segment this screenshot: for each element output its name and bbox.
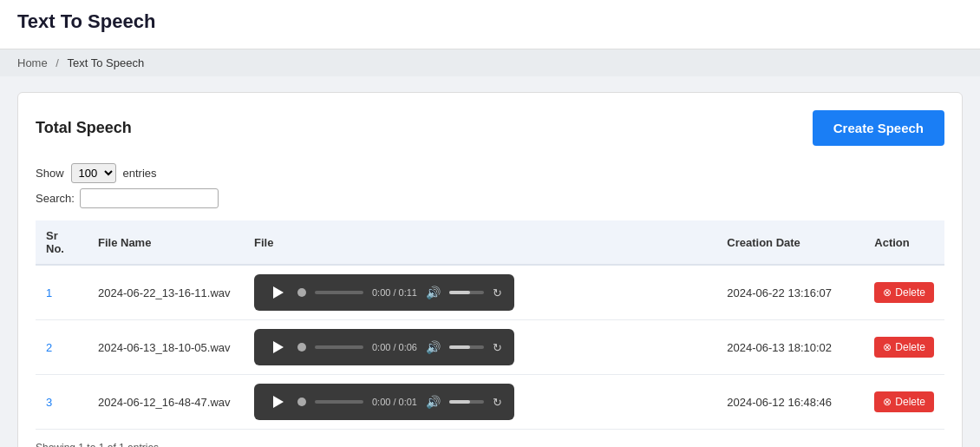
col-header-filename: File Name xyxy=(88,220,244,265)
search-input[interactable] xyxy=(80,188,219,208)
col-header-action: Action xyxy=(864,220,944,265)
speech-table: Sr No. File Name File Creation Date Acti… xyxy=(36,220,944,430)
row-date: 2024-06-13 18:10:02 xyxy=(716,320,864,375)
row-action: ⊗ Delete xyxy=(864,265,944,320)
progress-bar[interactable] xyxy=(315,291,363,294)
row-filename: 2024-06-22_13-16-11.wav xyxy=(88,265,244,320)
time-display: 0:00 / 0:11 xyxy=(372,287,417,298)
breadcrumb-home[interactable]: Home xyxy=(17,56,48,69)
row-filename: 2024-06-13_18-10-05.wav xyxy=(88,320,244,375)
delete-icon: ⊗ xyxy=(883,286,892,299)
play-icon xyxy=(273,341,284,353)
entries-select[interactable]: 100 10 25 50 xyxy=(71,163,116,183)
audio-player: 0:00 / 0:11 🔊 ↻ xyxy=(254,274,514,311)
progress-dot xyxy=(297,288,306,297)
volume-bar[interactable] xyxy=(449,345,484,349)
volume-fill xyxy=(449,291,470,294)
row-action: ⊗ Delete xyxy=(864,320,944,375)
section-title: Total Speech xyxy=(36,119,132,137)
row-srno: 2 xyxy=(46,341,52,354)
row-file: 0:00 / 0:11 🔊 ↻ xyxy=(244,265,716,320)
progress-dot xyxy=(297,398,306,406)
audio-player: 0:00 / 0:01 🔊 ↻ xyxy=(254,384,514,420)
play-icon xyxy=(273,396,284,408)
progress-dot xyxy=(297,343,306,352)
col-header-file: File xyxy=(244,220,716,265)
play-button[interactable] xyxy=(266,391,289,413)
delete-icon: ⊗ xyxy=(883,341,892,353)
row-srno: 1 xyxy=(46,286,52,299)
footer-info: Showing 1 to 1 of 1 entries xyxy=(36,442,944,447)
loop-icon[interactable]: ↻ xyxy=(493,286,502,299)
row-date: 2024-06-22 13:16:07 xyxy=(716,265,864,320)
loop-icon[interactable]: ↻ xyxy=(493,341,502,354)
table-row: 2 2024-06-13_18-10-05.wav 0:00 / 0:06 🔊 xyxy=(36,320,944,375)
create-speech-button[interactable]: Create Speech xyxy=(813,110,944,146)
volume-bar[interactable] xyxy=(449,400,484,404)
volume-fill xyxy=(449,345,470,349)
volume-icon[interactable]: 🔊 xyxy=(426,395,441,409)
volume-fill xyxy=(449,400,470,404)
showing-text: Showing 1 to 1 of 1 entries xyxy=(36,442,944,447)
volume-icon[interactable]: 🔊 xyxy=(426,286,441,299)
row-srno: 3 xyxy=(46,396,52,409)
row-date: 2024-06-12 16:48:46 xyxy=(716,375,864,430)
entries-label: entries xyxy=(123,167,157,180)
time-display: 0:00 / 0:06 xyxy=(372,342,417,352)
page-title: Text To Speech xyxy=(17,10,963,33)
breadcrumb-current: Text To Speech xyxy=(68,56,145,69)
play-icon xyxy=(273,286,284,299)
breadcrumb-separator: / xyxy=(56,56,59,69)
row-action: ⊗ Delete xyxy=(864,375,944,430)
progress-bar[interactable] xyxy=(315,400,363,404)
delete-button[interactable]: ⊗ Delete xyxy=(874,391,934,412)
volume-bar[interactable] xyxy=(449,291,484,294)
play-button[interactable] xyxy=(266,281,289,304)
search-row: Search: xyxy=(36,188,944,208)
time-display: 0:00 / 0:01 xyxy=(372,397,417,407)
delete-button[interactable]: ⊗ Delete xyxy=(874,282,934,303)
row-file: 0:00 / 0:01 🔊 ↻ xyxy=(244,375,716,430)
volume-icon[interactable]: 🔊 xyxy=(426,340,441,354)
audio-player: 0:00 / 0:06 🔊 ↻ xyxy=(254,329,514,365)
loop-icon[interactable]: ↻ xyxy=(493,396,502,409)
top-bar: Total Speech Create Speech xyxy=(36,110,944,146)
page-header: Text To Speech Home / Text To Speech xyxy=(0,0,980,76)
progress-bar[interactable] xyxy=(315,345,363,349)
table-header-row: Sr No. File Name File Creation Date Acti… xyxy=(36,220,944,265)
row-file: 0:00 / 0:06 🔊 ↻ xyxy=(244,320,716,375)
table-row: 3 2024-06-12_16-48-47.wav 0:00 / 0:01 🔊 xyxy=(36,375,944,430)
breadcrumb: Home / Text To Speech xyxy=(0,49,980,76)
delete-button[interactable]: ⊗ Delete xyxy=(874,337,934,358)
main-container: Total Speech Create Speech Show 100 10 2… xyxy=(17,92,963,447)
table-row: 1 2024-06-22_13-16-11.wav 0:00 / 0:11 🔊 xyxy=(36,265,944,320)
search-label: Search: xyxy=(36,192,75,205)
show-label: Show xyxy=(36,167,64,180)
row-filename: 2024-06-12_16-48-47.wav xyxy=(88,375,244,430)
col-header-date: Creation Date xyxy=(716,220,864,265)
delete-icon: ⊗ xyxy=(883,396,892,408)
col-header-srno: Sr No. xyxy=(36,220,88,265)
play-button[interactable] xyxy=(266,336,289,358)
entries-control: Show 100 10 25 50 entries xyxy=(36,163,944,183)
